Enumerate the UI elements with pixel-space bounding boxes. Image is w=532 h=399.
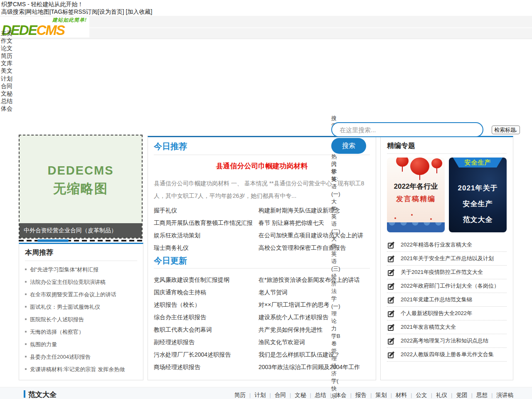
topic-list: 2022年精选各行业发言稿大全 2021年关于安全生产工作总结以及计划 关于20… (387, 238, 507, 362)
article-link[interactable]: 创"先进学习型集体"材料汇报 (30, 266, 99, 273)
nav-link[interactable]: 文秘 (1, 90, 12, 97)
category-link[interactable]: 总结 (306, 392, 326, 398)
category-link[interactable]: 材料 (387, 392, 407, 398)
article-link[interactable]: 污水处理厂厂长2004述职报告 (154, 348, 259, 361)
article-link[interactable]: 老人节贺词 (259, 286, 370, 298)
topic-link[interactable]: 个人最新述职报告大全2022年 (401, 307, 472, 320)
topic-link[interactable]: 2021年党建工作总结范文集锦 (401, 293, 472, 306)
category-link[interactable]: 思想 (467, 392, 488, 398)
article-link[interactable]: 共产党员如何保持先进性 (259, 323, 370, 336)
category-link[interactable]: 礼仪 (427, 392, 447, 398)
site-logo[interactable]: 建站如此简单! DEDECMS (0, 17, 89, 37)
category-link[interactable]: 文秘 (286, 392, 306, 398)
nav-link[interactable]: 论文 (1, 44, 12, 52)
top-link[interactable]: [加入收藏] (126, 8, 153, 15)
top-link[interactable]: 高级搜索 (1, 8, 25, 15)
carousel-scroll-thumb[interactable] (37, 239, 69, 242)
top-link[interactable]: [设为首页] (98, 8, 124, 15)
article-link[interactable]: 面试礼仪：男士面试服饰礼仪 (30, 304, 100, 310)
article-link[interactable]: 商场经理述职报告 (154, 361, 259, 373)
article-link[interactable]: 渔民文化节欢迎词 (259, 336, 370, 348)
nav-link[interactable]: 体会 (1, 105, 12, 112)
topic-link[interactable]: 2022高考地理复习方法和知识点总结 (401, 334, 488, 347)
article-link[interactable]: 县委办主任2004述职报告 (30, 354, 91, 360)
banner-text: 2022年各行业 (387, 182, 445, 191)
search-input[interactable] (331, 122, 483, 137)
category-link[interactable]: 报告 (346, 392, 367, 398)
article-link[interactable]: 娱乐狂欢活动策划 (154, 229, 259, 241)
banner-text: 2021年关于 (449, 183, 507, 193)
article-link[interactable]: 氛围的力量 (30, 341, 57, 347)
topic-banners: 2022年各行业 发言稿精编 安全生产 2021年关于 安全生产 范文大全 (387, 158, 507, 232)
topic-link[interactable]: 2022年精选各行业发言稿大全 (401, 238, 472, 251)
article-link[interactable]: 党课讲稿材料:牢记党的宗旨 发挥余热做 (30, 366, 125, 372)
topic-link[interactable]: 2022年政府部门工作计划大全（各岗位） (401, 279, 499, 293)
article-link[interactable]: 春节 别让麻将把你缠七天 (259, 217, 370, 229)
nav-link[interactable]: 总结 (1, 97, 12, 105)
article-link[interactable]: 党风廉政建设责任制汇报提纲 (154, 273, 259, 286)
article-link[interactable]: 2003年政法综治工作回顾及2004年工作 (259, 361, 370, 373)
search-scope-select[interactable]: 检索标题 ⌄ (492, 126, 520, 134)
nav-link[interactable]: 计划 (1, 75, 12, 82)
hot-tag-link[interactable]: 理论力学B卷 (331, 310, 340, 347)
article-link[interactable]: 副经理述职报告 (154, 336, 259, 348)
hot-tags-list: 大学英语(一)大学英语(二)大学英语(三)经济法学(一)理论力学B卷管理经济学(… (331, 160, 340, 399)
article-link[interactable]: 无悔的选择（检察官） (30, 329, 84, 335)
hot-tag-link[interactable]: 快乐星球II (331, 385, 340, 399)
category-link[interactable]: 演讲稿 (488, 392, 513, 398)
article-link[interactable]: 建设系统个人工作述职报告 (259, 311, 370, 323)
article-link[interactable]: 在*旅游投资洽谈会新闻发布会上的讲话 (259, 273, 370, 286)
hot-tag-link[interactable]: 大学英语(二) (331, 198, 340, 235)
top-link-item: 高级搜索| (1, 8, 26, 15)
nav-link[interactable]: 简历 (1, 52, 12, 59)
article-link[interactable]: 医院院长个人述职报告 (30, 316, 84, 323)
nav-link[interactable]: 主页 (1, 30, 12, 37)
article-link[interactable]: 法院办公室主任职位竞职演讲稿 (30, 279, 106, 285)
nav-link[interactable]: 作文 (1, 37, 12, 44)
category-link[interactable]: 党团 (447, 392, 468, 398)
article-link[interactable]: 综合办主任述职报告 (154, 311, 259, 323)
category-link[interactable]: 公文 (407, 392, 427, 398)
featured-slide[interactable]: DEDECMS 无缩略图 中外合资经营企业合同（皮革制品） (19, 135, 143, 239)
category-link[interactable]: 简历 (234, 392, 246, 398)
top-link[interactable]: 网站地图 (26, 8, 49, 15)
category-link[interactable]: 计划 (246, 392, 266, 398)
hot-tag-link[interactable]: 大学英语(三) (331, 235, 340, 273)
article-link[interactable]: 在全市双拥暨安置工作会议上的讲话 (30, 291, 116, 298)
article-link[interactable]: 工商局开展队伍教育整顿工作情况汇报 (154, 217, 259, 229)
top-link-item: 网站地图| (26, 8, 51, 15)
article-link[interactable]: 国庆通宵晚会主持稿 (154, 286, 259, 298)
accent-bar (24, 390, 25, 398)
nav-link[interactable]: 合同 (1, 82, 12, 90)
article-link[interactable]: 教职工代表大会闭幕词 (154, 323, 259, 336)
topic-banner-safety[interactable]: 安全生产 2021年关于 安全生产 范文大全 (449, 158, 507, 232)
hot-tag-item: 理论力学B卷 (331, 310, 340, 347)
search-button[interactable]: 搜索 (331, 138, 366, 154)
topic-link[interactable]: 2022人教版四年级上册各单元作文合集 (401, 348, 494, 361)
hot-tag-link[interactable]: 经济法学(一) (331, 273, 340, 310)
article-link[interactable]: 在公司加快重点项目建设动员大会上的讲 (259, 229, 370, 241)
topic-link[interactable]: 关于2021年疫情防控工作范文大全 (401, 266, 483, 279)
article-link[interactable]: 构建新时期海关队伍建设新理念 (259, 204, 370, 217)
hot-tag-link[interactable]: 大学英语(一) (331, 160, 340, 198)
nav-link[interactable]: 美文 (1, 67, 12, 74)
article-link[interactable]: 对××厂职工培训工作的思考 (259, 298, 370, 311)
hot-tag-link[interactable]: 管理经济学( (331, 347, 340, 385)
article-link[interactable]: 瑞士商务礼仪 (154, 241, 259, 254)
article-link[interactable]: 高校公文管理和保密工作自查报告 (259, 241, 370, 254)
list-item: 医院院长个人述职报告 (25, 313, 137, 326)
topic-banner-speeches[interactable]: 2022年各行业 发言稿精编 (387, 158, 445, 232)
article-link[interactable]: 握手礼仪 (154, 204, 259, 217)
category-link[interactable]: 合同 (266, 392, 286, 398)
nav-link[interactable]: 文库 (1, 59, 12, 67)
article-link[interactable]: 述职报告（校长） (154, 298, 259, 311)
top-link[interactable]: TAG标签 (51, 8, 74, 15)
top-link[interactable]: RSS订阅 (74, 8, 98, 15)
featured-slide-caption: 中外合资经营企业合同（皮革制品） (20, 223, 142, 238)
list-item: 法院办公室主任职位竞职演讲稿 (25, 276, 137, 288)
article-link[interactable]: 我们是怎么样抓职工队伍建设？ (259, 348, 370, 361)
category-link[interactable]: 策划 (367, 392, 387, 398)
topic-link[interactable]: 2021年发言稿范文大全 (401, 320, 456, 334)
topic-link[interactable]: 2021年关于安全生产工作总结以及计划 (401, 252, 494, 265)
lantern-icon (396, 158, 409, 167)
